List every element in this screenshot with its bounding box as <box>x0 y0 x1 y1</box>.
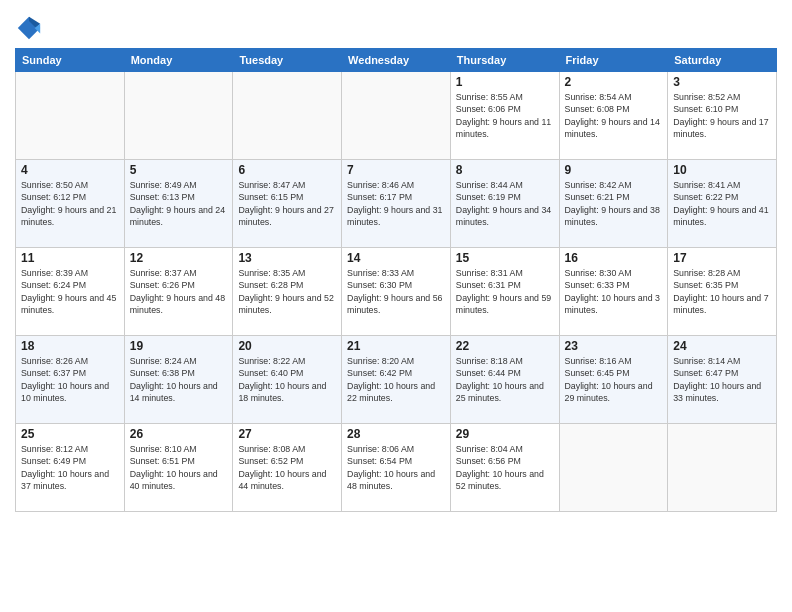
calendar-cell: 7 Sunrise: 8:46 AM Sunset: 6:17 PM Dayli… <box>342 160 451 248</box>
sunrise-text: Sunrise: 8:20 AM <box>347 356 414 366</box>
sunrise-text: Sunrise: 8:24 AM <box>130 356 197 366</box>
calendar-cell: 2 Sunrise: 8:54 AM Sunset: 6:08 PM Dayli… <box>559 72 668 160</box>
calendar-cell: 27 Sunrise: 8:08 AM Sunset: 6:52 PM Dayl… <box>233 424 342 512</box>
day-number: 22 <box>456 339 554 353</box>
day-number: 17 <box>673 251 771 265</box>
sunrise-text: Sunrise: 8:54 AM <box>565 92 632 102</box>
daylight-text: Daylight: 10 hours and 52 minutes. <box>456 469 544 491</box>
day-info: Sunrise: 8:55 AM Sunset: 6:06 PM Dayligh… <box>456 91 554 140</box>
sunrise-text: Sunrise: 8:14 AM <box>673 356 740 366</box>
sunset-text: Sunset: 6:19 PM <box>456 192 521 202</box>
calendar-cell: 24 Sunrise: 8:14 AM Sunset: 6:47 PM Dayl… <box>668 336 777 424</box>
day-info: Sunrise: 8:22 AM Sunset: 6:40 PM Dayligh… <box>238 355 336 404</box>
day-number: 24 <box>673 339 771 353</box>
sunset-text: Sunset: 6:56 PM <box>456 456 521 466</box>
calendar-week-1: 1 Sunrise: 8:55 AM Sunset: 6:06 PM Dayli… <box>16 72 777 160</box>
sunrise-text: Sunrise: 8:10 AM <box>130 444 197 454</box>
day-number: 14 <box>347 251 445 265</box>
day-number: 8 <box>456 163 554 177</box>
calendar-cell: 23 Sunrise: 8:16 AM Sunset: 6:45 PM Dayl… <box>559 336 668 424</box>
day-number: 16 <box>565 251 663 265</box>
sunset-text: Sunset: 6:10 PM <box>673 104 738 114</box>
calendar-cell <box>342 72 451 160</box>
calendar-cell <box>124 72 233 160</box>
sunrise-text: Sunrise: 8:16 AM <box>565 356 632 366</box>
day-number: 9 <box>565 163 663 177</box>
daylight-text: Daylight: 10 hours and 3 minutes. <box>565 293 660 315</box>
calendar-cell: 26 Sunrise: 8:10 AM Sunset: 6:51 PM Dayl… <box>124 424 233 512</box>
daylight-text: Daylight: 9 hours and 24 minutes. <box>130 205 225 227</box>
sunrise-text: Sunrise: 8:47 AM <box>238 180 305 190</box>
sunset-text: Sunset: 6:47 PM <box>673 368 738 378</box>
day-info: Sunrise: 8:06 AM Sunset: 6:54 PM Dayligh… <box>347 443 445 492</box>
calendar-week-3: 11 Sunrise: 8:39 AM Sunset: 6:24 PM Dayl… <box>16 248 777 336</box>
day-info: Sunrise: 8:10 AM Sunset: 6:51 PM Dayligh… <box>130 443 228 492</box>
calendar-table: SundayMondayTuesdayWednesdayThursdayFrid… <box>15 48 777 512</box>
sunrise-text: Sunrise: 8:06 AM <box>347 444 414 454</box>
sunrise-text: Sunrise: 8:26 AM <box>21 356 88 366</box>
sunrise-text: Sunrise: 8:49 AM <box>130 180 197 190</box>
sunrise-text: Sunrise: 8:46 AM <box>347 180 414 190</box>
sunset-text: Sunset: 6:45 PM <box>565 368 630 378</box>
day-number: 11 <box>21 251 119 265</box>
day-info: Sunrise: 8:37 AM Sunset: 6:26 PM Dayligh… <box>130 267 228 316</box>
daylight-text: Daylight: 10 hours and 18 minutes. <box>238 381 326 403</box>
sunrise-text: Sunrise: 8:12 AM <box>21 444 88 454</box>
sunset-text: Sunset: 6:44 PM <box>456 368 521 378</box>
sunset-text: Sunset: 6:26 PM <box>130 280 195 290</box>
day-number: 7 <box>347 163 445 177</box>
calendar-cell <box>16 72 125 160</box>
sunrise-text: Sunrise: 8:30 AM <box>565 268 632 278</box>
calendar-cell: 1 Sunrise: 8:55 AM Sunset: 6:06 PM Dayli… <box>450 72 559 160</box>
daylight-text: Daylight: 9 hours and 31 minutes. <box>347 205 442 227</box>
sunrise-text: Sunrise: 8:39 AM <box>21 268 88 278</box>
calendar-week-2: 4 Sunrise: 8:50 AM Sunset: 6:12 PM Dayli… <box>16 160 777 248</box>
sunset-text: Sunset: 6:24 PM <box>21 280 86 290</box>
daylight-text: Daylight: 10 hours and 29 minutes. <box>565 381 653 403</box>
day-info: Sunrise: 8:54 AM Sunset: 6:08 PM Dayligh… <box>565 91 663 140</box>
day-info: Sunrise: 8:50 AM Sunset: 6:12 PM Dayligh… <box>21 179 119 228</box>
sunset-text: Sunset: 6:40 PM <box>238 368 303 378</box>
sunset-text: Sunset: 6:22 PM <box>673 192 738 202</box>
sunrise-text: Sunrise: 8:55 AM <box>456 92 523 102</box>
sunset-text: Sunset: 6:49 PM <box>21 456 86 466</box>
calendar-week-5: 25 Sunrise: 8:12 AM Sunset: 6:49 PM Dayl… <box>16 424 777 512</box>
daylight-text: Daylight: 9 hours and 21 minutes. <box>21 205 116 227</box>
sunrise-text: Sunrise: 8:33 AM <box>347 268 414 278</box>
day-info: Sunrise: 8:26 AM Sunset: 6:37 PM Dayligh… <box>21 355 119 404</box>
col-header-monday: Monday <box>124 49 233 72</box>
calendar-cell: 5 Sunrise: 8:49 AM Sunset: 6:13 PM Dayli… <box>124 160 233 248</box>
daylight-text: Daylight: 10 hours and 22 minutes. <box>347 381 435 403</box>
day-number: 13 <box>238 251 336 265</box>
sunrise-text: Sunrise: 8:52 AM <box>673 92 740 102</box>
calendar-cell: 17 Sunrise: 8:28 AM Sunset: 6:35 PM Dayl… <box>668 248 777 336</box>
sunrise-text: Sunrise: 8:04 AM <box>456 444 523 454</box>
col-header-sunday: Sunday <box>16 49 125 72</box>
day-info: Sunrise: 8:42 AM Sunset: 6:21 PM Dayligh… <box>565 179 663 228</box>
sunset-text: Sunset: 6:35 PM <box>673 280 738 290</box>
sunset-text: Sunset: 6:21 PM <box>565 192 630 202</box>
sunrise-text: Sunrise: 8:08 AM <box>238 444 305 454</box>
day-info: Sunrise: 8:28 AM Sunset: 6:35 PM Dayligh… <box>673 267 771 316</box>
calendar-cell: 25 Sunrise: 8:12 AM Sunset: 6:49 PM Dayl… <box>16 424 125 512</box>
daylight-text: Daylight: 9 hours and 11 minutes. <box>456 117 551 139</box>
calendar-cell: 28 Sunrise: 8:06 AM Sunset: 6:54 PM Dayl… <box>342 424 451 512</box>
calendar-cell: 21 Sunrise: 8:20 AM Sunset: 6:42 PM Dayl… <box>342 336 451 424</box>
day-info: Sunrise: 8:31 AM Sunset: 6:31 PM Dayligh… <box>456 267 554 316</box>
day-info: Sunrise: 8:41 AM Sunset: 6:22 PM Dayligh… <box>673 179 771 228</box>
daylight-text: Daylight: 9 hours and 17 minutes. <box>673 117 768 139</box>
calendar-cell: 4 Sunrise: 8:50 AM Sunset: 6:12 PM Dayli… <box>16 160 125 248</box>
sunset-text: Sunset: 6:52 PM <box>238 456 303 466</box>
day-info: Sunrise: 8:39 AM Sunset: 6:24 PM Dayligh… <box>21 267 119 316</box>
calendar-cell: 9 Sunrise: 8:42 AM Sunset: 6:21 PM Dayli… <box>559 160 668 248</box>
daylight-text: Daylight: 10 hours and 33 minutes. <box>673 381 761 403</box>
sunrise-text: Sunrise: 8:44 AM <box>456 180 523 190</box>
calendar-cell: 6 Sunrise: 8:47 AM Sunset: 6:15 PM Dayli… <box>233 160 342 248</box>
sunset-text: Sunset: 6:17 PM <box>347 192 412 202</box>
day-info: Sunrise: 8:12 AM Sunset: 6:49 PM Dayligh… <box>21 443 119 492</box>
day-number: 12 <box>130 251 228 265</box>
sunrise-text: Sunrise: 8:35 AM <box>238 268 305 278</box>
sunset-text: Sunset: 6:12 PM <box>21 192 86 202</box>
calendar-cell: 11 Sunrise: 8:39 AM Sunset: 6:24 PM Dayl… <box>16 248 125 336</box>
calendar-cell: 10 Sunrise: 8:41 AM Sunset: 6:22 PM Dayl… <box>668 160 777 248</box>
